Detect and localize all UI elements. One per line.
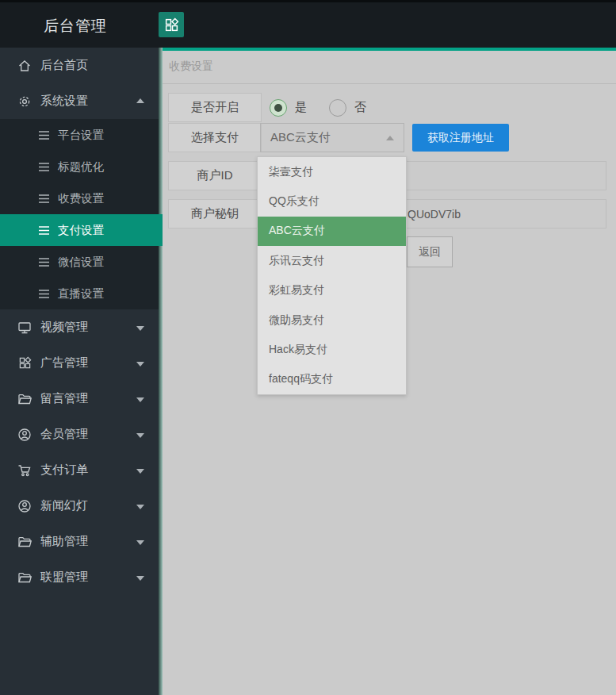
sidebar-item-label: 支付订单 [40,463,88,478]
radio-yes-label: 是 [295,100,307,115]
pay-select-dropdown: 柒壹支付 QQ乐支付 ABC云支付 乐讯云支付 彩虹易支付 微助易支付 Hack… [257,156,407,395]
sidebar-item-label: 系统设置 [40,94,88,109]
sidebar-item-member-management[interactable]: 会员管理 [0,417,159,452]
sidebar-item-news-slides[interactable]: 新闻幻灯 [0,488,159,524]
merchant-key-label-cell: 商户秘钥 [168,199,262,228]
merchant-key-label: 商户秘钥 [191,206,239,221]
sidebar-item-message-management[interactable]: 留言管理 [0,381,159,417]
sidebar-subitem-label: 收费设置 [58,191,104,206]
chevron-up-icon [136,98,144,103]
dropdown-option-lexunyun[interactable]: 乐讯云支付 [258,246,406,275]
sidebar-item-label: 留言管理 [40,391,88,406]
sidebar-item-label: 辅助管理 [40,534,88,549]
cart-icon [17,463,32,478]
sidebar-item-label: 后台首页 [40,58,88,73]
dropdown-option-weizhuyi[interactable]: 微助易支付 [258,305,406,335]
dropdown-option-abcyun[interactable]: ABC云支付 [258,217,406,246]
sidebar-item-ad-management[interactable]: 广告管理 [0,345,159,381]
content-panel: 收费设置 是否开启 是 否 选择支付 ABC云支付 获取注册地址 商户ID 商户… [163,48,616,695]
chevron-down-icon [136,469,144,474]
menu-lines-icon [38,162,50,172]
enable-radio-group: 是 否 [270,93,388,122]
sidebar-item-label: 广告管理 [40,355,88,371]
app-title: 后台管理 [44,16,107,36]
menu-lines-icon [38,289,50,299]
dropdown-option-qqle[interactable]: QQ乐支付 [258,186,406,216]
menu-lines-icon [38,257,50,267]
enable-label: 是否开启 [191,100,239,115]
sidebar: 后台首页 系统设置 平台设置 标 [0,48,159,695]
folder-icon [17,392,32,406]
menu-lines-icon [38,194,50,204]
radio-yes[interactable] [270,99,287,117]
home-icon [17,59,32,73]
sidebar-item-payment-orders[interactable]: 支付订单 [0,452,159,488]
sidebar-subitem-fee-settings[interactable]: 收费设置 [0,182,159,214]
dropdown-option-fateqq[interactable]: fateqq码支付 [258,365,406,394]
back-button[interactable]: 返回 [407,236,453,267]
sidebar-subitem-label: 直播设置 [58,286,104,301]
radio-no-label: 否 [354,100,366,115]
merchant-id-label-cell: 商户ID [168,161,262,190]
sidebar-item-label: 会员管理 [40,427,88,442]
chevron-down-icon [136,362,144,367]
sidebar-subitem-wechat-settings[interactable]: 微信设置 [0,246,159,278]
folder-icon [17,535,32,549]
get-register-url-button[interactable]: 获取注册地址 [412,124,509,152]
monitor-icon [17,321,32,335]
sidebar-subitem-live-settings[interactable]: 直播设置 [0,278,159,309]
sidebar-item-auxiliary-management[interactable]: 辅助管理 [0,524,159,559]
dropdown-option-qiyi[interactable]: 柒壹支付 [258,157,406,186]
sidebar-item-home[interactable]: 后台首页 [0,48,159,83]
pay-select-label-cell: 选择支付 [168,123,262,152]
sidebar-item-label: 新闻幻灯 [40,498,88,513]
sidebar-item-label: 视频管理 [40,320,88,335]
sidebar-item-video-management[interactable]: 视频管理 [0,309,159,345]
enable-label-cell: 是否开启 [168,93,262,122]
chevron-up-icon [386,136,394,140]
app-header: 后台管理 [0,2,616,48]
merchant-id-label: 商户ID [197,168,233,183]
pay-select[interactable]: ABC云支付 [260,123,404,152]
apps-button[interactable] [159,12,184,37]
sidebar-item-label: 联盟管理 [40,570,88,585]
sidebar-menu: 后台首页 系统设置 平台设置 标 [0,48,159,595]
breadcrumb-bar: 收费设置 [163,51,616,84]
pay-select-value: ABC云支付 [270,130,331,145]
dropdown-option-hackyi[interactable]: Hack易支付 [258,335,406,364]
sidebar-item-system-settings[interactable]: 系统设置 [0,83,159,119]
sidebar-subitem-payment-settings[interactable]: 支付设置 [0,214,163,246]
menu-lines-icon [38,130,50,140]
chevron-down-icon [136,505,144,509]
system-settings-submenu: 平台设置 标题优化 收费设置 支付设置 [0,119,159,309]
apps-grid-icon [17,356,32,371]
pay-select-label: 选择支付 [191,130,239,145]
sidebar-subitem-label: 微信设置 [58,255,104,270]
sidebar-subitem-platform-settings[interactable]: 平台设置 [0,119,159,151]
sidebar-subitem-label: 标题优化 [58,159,104,175]
sidebar-subitem-label: 平台设置 [58,128,104,143]
sidebar-subitem-title-seo[interactable]: 标题优化 [0,151,159,182]
breadcrumb: 收费设置 [169,60,213,74]
apps-grid-icon [164,17,179,33]
user-circle-icon [17,499,32,513]
radio-no[interactable] [329,99,346,117]
sidebar-subitem-label: 支付设置 [58,223,104,238]
chevron-down-icon [136,576,144,581]
chevron-down-icon [136,397,144,402]
dropdown-option-caihongyi[interactable]: 彩虹易支付 [258,276,406,305]
user-circle-icon [17,428,32,442]
gear-icon [17,94,32,109]
sidebar-item-alliance-management[interactable]: 联盟管理 [0,559,159,595]
chevron-down-icon [136,326,144,331]
menu-lines-icon [38,225,50,236]
chevron-down-icon [136,540,144,545]
merchant-key-value: QUoDV7ib [407,208,461,221]
chevron-down-icon [136,433,144,438]
folder-icon [17,570,32,585]
